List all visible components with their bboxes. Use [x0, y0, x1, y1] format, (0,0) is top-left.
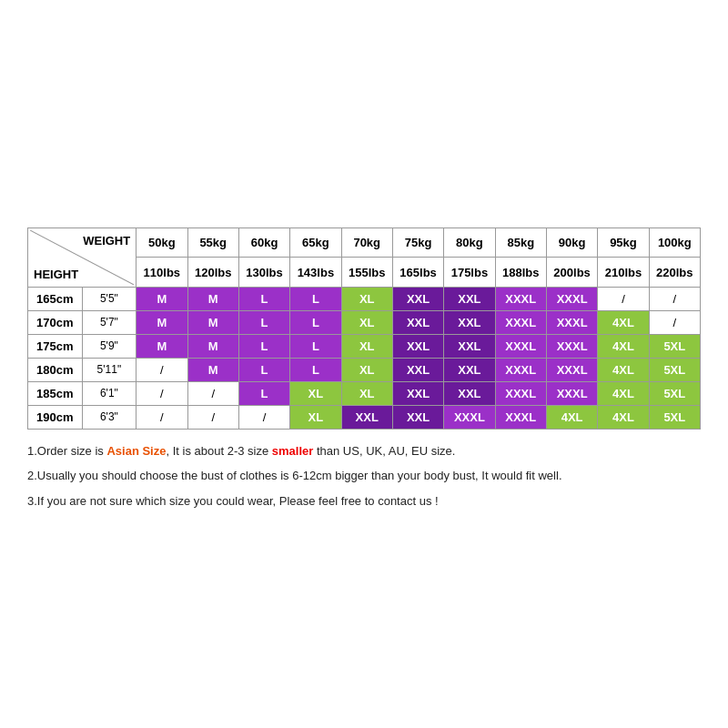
cell-r0-c1: M: [187, 287, 238, 310]
asian-size-highlight: Asian Size: [106, 444, 166, 458]
lbs-col-8: 200lbs: [546, 258, 597, 288]
cell-r3-c3: L: [290, 358, 341, 381]
cell-r5-c10: 5XL: [649, 405, 700, 429]
cell-r4-c5: XXL: [392, 381, 443, 405]
cell-r1-c1: M: [187, 310, 238, 334]
cell-r3-c9: 4XL: [598, 358, 649, 381]
cell-r3-c7: XXXL: [495, 358, 546, 381]
kg-col-5: 75kg: [392, 228, 443, 258]
cell-r2-c10: 5XL: [649, 334, 700, 358]
row-cm-2: 175cm: [28, 334, 83, 358]
row-cm-3: 180cm: [28, 358, 83, 381]
cell-r1-c8: XXXL: [546, 310, 597, 334]
lbs-col-2: 130lbs: [238, 258, 289, 288]
weight-label: WEIGHT: [83, 234, 130, 248]
cell-r1-c6: XXL: [444, 310, 495, 334]
note-2: 2.Usually you should choose the bust of …: [27, 465, 701, 486]
row-cm-4: 185cm: [28, 381, 83, 405]
cell-r2-c0: M: [136, 334, 187, 358]
cell-r2-c3: L: [290, 334, 341, 358]
cell-r2-c5: XXL: [392, 334, 443, 358]
cell-r4-c8: XXXL: [546, 381, 597, 405]
cell-r0-c6: XXL: [444, 287, 495, 310]
lbs-col-5: 165lbs: [392, 258, 443, 288]
cell-r3-c5: XXL: [392, 358, 443, 381]
row-ft-2: 5'9": [82, 334, 136, 358]
weight-height-cell: WEIGHT HEIGHT: [28, 228, 136, 287]
note-3: 3.If you are not sure which size you cou…: [27, 490, 701, 511]
cell-r5-c9: 4XL: [598, 405, 649, 429]
row-ft-1: 5'7": [82, 310, 136, 334]
lbs-col-4: 155lbs: [341, 258, 392, 288]
cell-r2-c7: XXXL: [495, 334, 546, 358]
cell-r4-c1: /: [187, 381, 238, 405]
cell-r0-c0: M: [136, 287, 187, 310]
size-table: WEIGHT HEIGHT 50kg55kg60kg65kg70kg75kg80…: [27, 228, 701, 430]
lbs-col-7: 188lbs: [495, 258, 546, 288]
cell-r3-c10: 5XL: [649, 358, 700, 381]
row-cm-1: 170cm: [28, 310, 83, 334]
cell-r1-c0: M: [136, 310, 187, 334]
cell-r4-c6: XXL: [444, 381, 495, 405]
cell-r1-c3: L: [290, 310, 341, 334]
cell-r2-c9: 4XL: [598, 334, 649, 358]
cell-r5-c2: /: [238, 405, 289, 429]
cell-r4-c2: L: [238, 381, 289, 405]
cell-r2-c1: M: [187, 334, 238, 358]
row-ft-4: 6'1": [82, 381, 136, 405]
cell-r2-c2: L: [238, 334, 289, 358]
lbs-col-6: 175lbs: [444, 258, 495, 288]
cell-r5-c0: /: [136, 405, 187, 429]
row-cm-5: 190cm: [28, 405, 83, 429]
cell-r0-c2: L: [238, 287, 289, 310]
row-ft-0: 5'5": [82, 287, 136, 310]
notes-section: 1.Order size is Asian Size, It is about …: [27, 440, 701, 511]
height-label: HEIGHT: [34, 268, 78, 281]
cell-r0-c10: /: [649, 287, 700, 310]
cell-r0-c7: XXXL: [495, 287, 546, 310]
row-cm-0: 165cm: [28, 287, 83, 310]
cell-r4-c4: XL: [341, 381, 392, 405]
cell-r5-c4: XXL: [341, 405, 392, 429]
smaller-highlight: smaller: [272, 444, 314, 458]
lbs-col-10: 220lbs: [649, 258, 700, 288]
lbs-col-0: 110lbs: [136, 258, 187, 288]
cell-r4-c9: 4XL: [598, 381, 649, 405]
cell-r3-c4: XL: [341, 358, 392, 381]
kg-col-2: 60kg: [238, 228, 289, 258]
cell-r2-c4: XL: [341, 334, 392, 358]
lbs-col-9: 210lbs: [598, 258, 649, 288]
cell-r0-c3: L: [290, 287, 341, 310]
kg-col-7: 85kg: [495, 228, 546, 258]
cell-r5-c6: XXXL: [444, 405, 495, 429]
cell-r4-c10: 5XL: [649, 381, 700, 405]
cell-r4-c3: XL: [290, 381, 341, 405]
kg-col-1: 55kg: [187, 228, 238, 258]
cell-r5-c7: XXXL: [495, 405, 546, 429]
kg-col-4: 70kg: [341, 228, 392, 258]
cell-r0-c5: XXL: [392, 287, 443, 310]
cell-r3-c1: M: [187, 358, 238, 381]
note-1: 1.Order size is Asian Size, It is about …: [27, 440, 701, 461]
kg-col-0: 50kg: [136, 228, 187, 258]
cell-r1-c10: /: [649, 310, 700, 334]
kg-col-10: 100kg: [649, 228, 700, 258]
cell-r3-c0: /: [136, 358, 187, 381]
cell-r5-c3: XL: [290, 405, 341, 429]
size-chart-container: WEIGHT HEIGHT 50kg55kg60kg65kg70kg75kg80…: [18, 204, 710, 524]
cell-r4-c0: /: [136, 381, 187, 405]
lbs-col-3: 143lbs: [290, 258, 341, 288]
cell-r3-c6: XXL: [444, 358, 495, 381]
lbs-col-1: 120lbs: [187, 258, 238, 288]
cell-r5-c8: 4XL: [546, 405, 597, 429]
cell-r1-c2: L: [238, 310, 289, 334]
kg-col-6: 80kg: [444, 228, 495, 258]
kg-col-3: 65kg: [290, 228, 341, 258]
cell-r5-c5: XXL: [392, 405, 443, 429]
cell-r1-c5: XXL: [392, 310, 443, 334]
cell-r0-c4: XL: [341, 287, 392, 310]
kg-col-9: 95kg: [598, 228, 649, 258]
cell-r0-c8: XXXL: [546, 287, 597, 310]
row-ft-5: 6'3": [82, 405, 136, 429]
cell-r4-c7: XXXL: [495, 381, 546, 405]
